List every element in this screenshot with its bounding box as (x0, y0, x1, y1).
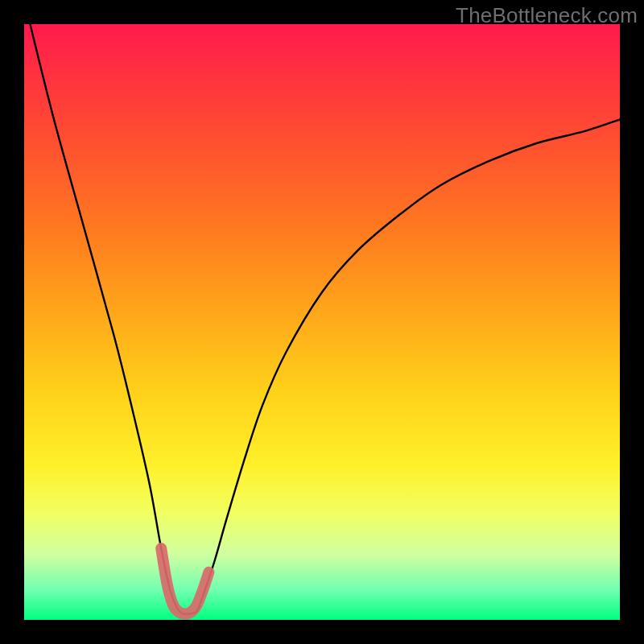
highlight-valley (161, 548, 208, 613)
chart-svg (24, 24, 620, 620)
watermark-text: TheBottleneck.com (456, 3, 638, 28)
bottleneck-curve (30, 24, 620, 614)
chart-area (24, 24, 620, 620)
